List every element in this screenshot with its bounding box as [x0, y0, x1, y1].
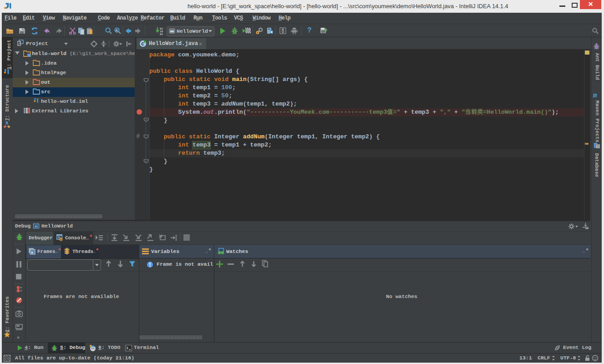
- svg-text:C: C: [142, 42, 144, 47]
- svg-text:01: 01: [160, 33, 163, 35]
- svg-text:A: A: [116, 28, 118, 32]
- svg-text:s: s: [31, 250, 33, 254]
